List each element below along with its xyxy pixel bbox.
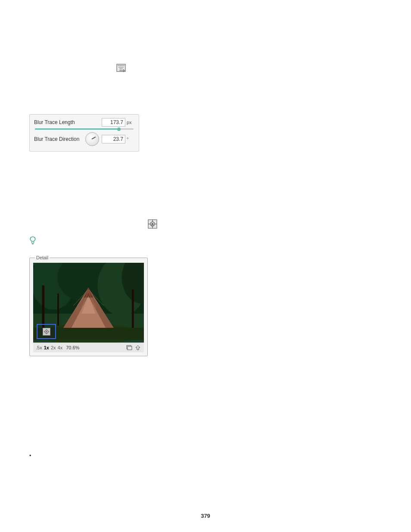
bullet-point: • — [29, 452, 31, 459]
filter-icon-area — [116, 64, 126, 74]
lightbulb-icon — [29, 236, 36, 246]
page-number: 379 — [201, 513, 210, 519]
middle-icon-area: ⊙ — [148, 219, 157, 230]
svg-point-14 — [31, 237, 35, 242]
detail-panel: Detail — [29, 255, 148, 356]
blur-trace-direction-row: Blur Trace Direction 23.7 ° — [34, 132, 134, 146]
lightbulb-area — [29, 236, 36, 247]
blur-trace-direction-unit: ° — [127, 137, 134, 142]
zoom-4x-button[interactable]: 4x — [58, 345, 63, 350]
svg-rect-29 — [132, 289, 134, 334]
direction-dial[interactable] — [85, 132, 99, 146]
blur-trace-length-row: Blur Trace Length 173.7 px — [34, 118, 134, 127]
toolbar-icon-1[interactable] — [126, 344, 133, 351]
svg-line-20 — [31, 237, 31, 238]
svg-text:⊙: ⊙ — [151, 222, 154, 227]
svg-rect-50 — [128, 346, 132, 350]
detail-toolbar: .5x 1x 2x 4x 70.6% — [33, 342, 144, 352]
toolbar-icon-2[interactable] — [134, 344, 141, 351]
blur-trace-length-slider-row — [34, 128, 134, 130]
selection-box[interactable] — [37, 324, 56, 339]
controls-panel: Blur Trace Length 173.7 px Blur Trace Di… — [29, 114, 139, 152]
blur-trace-length-slider[interactable] — [35, 128, 134, 130]
svg-line-21 — [35, 237, 35, 238]
blur-trace-length-label: Blur Trace Length — [34, 119, 102, 125]
selection-icon — [43, 328, 50, 336]
filter-icon[interactable] — [116, 64, 126, 72]
detail-image — [33, 263, 144, 342]
blur-trace-direction-input[interactable]: 23.7 — [102, 135, 125, 143]
zoom-half-button[interactable]: .5x — [36, 345, 42, 350]
svg-point-44 — [46, 331, 47, 332]
detail-legend: Detail — [35, 255, 50, 260]
blur-trace-length-unit: px — [127, 120, 134, 125]
zoom-percent-label: 70.6% — [66, 345, 79, 350]
detail-fieldset: Detail — [29, 255, 148, 356]
zoom-1x-button[interactable]: 1x — [44, 345, 49, 350]
toolbar-right — [126, 344, 141, 351]
blur-trace-length-input[interactable]: 173.7 — [102, 118, 125, 127]
settings-icon[interactable]: ⊙ — [148, 219, 157, 229]
blur-trace-direction-label: Blur Trace Direction — [34, 136, 85, 142]
zoom-2x-button[interactable]: 2x — [51, 345, 56, 350]
